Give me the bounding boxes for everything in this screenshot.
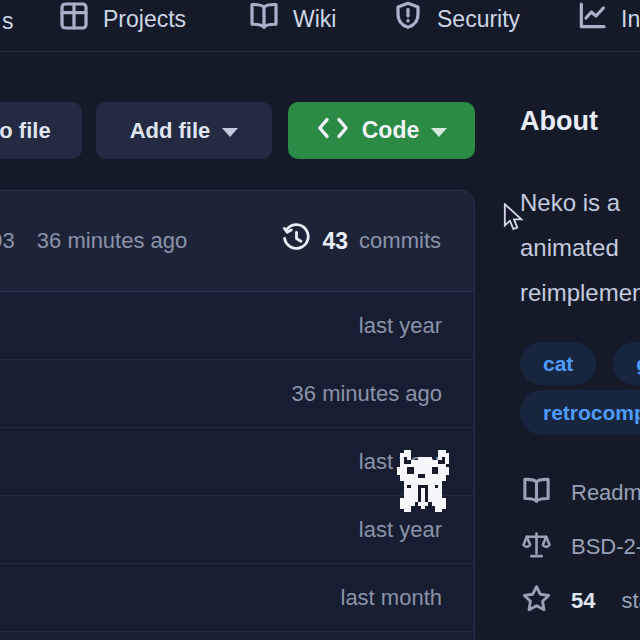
star-icon: [521, 583, 552, 620]
commits-label: commits: [359, 228, 441, 254]
graph-icon: [576, 0, 608, 38]
repo-tab-bar: s Projects Wiki: [0, 0, 640, 52]
license-label: BSD-2-Clause license: [571, 534, 640, 560]
file-row-time: 36 minutes ago: [292, 381, 442, 407]
book-icon: [248, 0, 280, 38]
readme-link[interactable]: Readme: [521, 466, 640, 520]
stars-label: stars: [621, 588, 640, 614]
file-row-time: last year: [359, 313, 442, 339]
description-line: reimplementation: [520, 270, 640, 315]
tab-wiki[interactable]: Wiki: [248, 2, 336, 36]
add-file-button[interactable]: Add file: [96, 102, 272, 159]
chevron-down-icon: [431, 128, 447, 137]
latest-commit-bar: 0f93 36 minutes ago 43 commits: [0, 191, 474, 292]
commit-hash[interactable]: 0f93: [0, 228, 15, 254]
topic-tag-golang[interactable]: golang: [613, 342, 640, 385]
readme-label: Readme: [571, 480, 640, 506]
license-link[interactable]: BSD-2-Clause license: [521, 520, 640, 574]
file-row[interactable]: last year: [0, 292, 474, 360]
tab-projects[interactable]: Projects: [58, 2, 186, 36]
file-row-time: last month: [341, 585, 443, 611]
book-icon: [521, 475, 552, 512]
file-table: 0f93 36 minutes ago 43 commits last year…: [0, 190, 475, 640]
history-clock-icon: [281, 223, 312, 260]
add-file-label: Add file: [130, 118, 211, 144]
tab-security-label: Security: [437, 6, 520, 33]
commit-time: 36 minutes ago: [37, 228, 187, 254]
code-label: Code: [362, 117, 420, 144]
description-line: animated: [520, 225, 640, 270]
tab-partial[interactable]: s: [2, 8, 14, 35]
tab-projects-label: Projects: [103, 6, 186, 33]
tab-insights-label: Insights: [621, 6, 640, 33]
commit-count: 43: [323, 228, 349, 255]
repo-meta-list: Readme BSD-2-Clause license 54 s: [521, 466, 640, 628]
tab-insights[interactable]: Insights: [576, 2, 640, 36]
commit-history-link[interactable]: 43 commits: [281, 223, 441, 260]
chevron-down-icon: [222, 128, 238, 137]
neko-cat-sprite: [397, 450, 449, 513]
topic-tags-row: cat golang: [520, 342, 640, 385]
topic-tag-cat[interactable]: cat: [520, 342, 596, 385]
stars-count: 54: [571, 588, 595, 614]
topic-tag-retrocomputing[interactable]: retrocomputing: [520, 390, 640, 435]
file-row[interactable]: 36 minutes ago: [0, 360, 474, 428]
file-row[interactable]: last month: [0, 564, 474, 632]
stars-link[interactable]: 54 stars: [521, 574, 640, 628]
mouse-cursor: [502, 203, 524, 235]
table-icon: [58, 0, 90, 38]
tab-wiki-label: Wiki: [293, 6, 336, 33]
go-to-file-label: Go to file: [0, 118, 51, 144]
code-button[interactable]: Code: [288, 102, 475, 159]
shield-exclamation-icon: [392, 0, 424, 38]
code-brackets-icon: [316, 116, 350, 146]
tab-security[interactable]: Security: [392, 2, 520, 36]
topic-tags-row: retrocomputing: [520, 390, 640, 435]
about-heading: About: [520, 106, 598, 137]
file-row-time: last year: [359, 517, 442, 543]
description-line: Neko is a: [520, 180, 640, 225]
github-repo-page: s Projects Wiki: [0, 0, 640, 640]
law-scales-icon: [521, 529, 552, 566]
go-to-file-button[interactable]: Go to file: [0, 102, 82, 159]
repo-description: Neko is a animated reimplementation: [520, 180, 640, 315]
